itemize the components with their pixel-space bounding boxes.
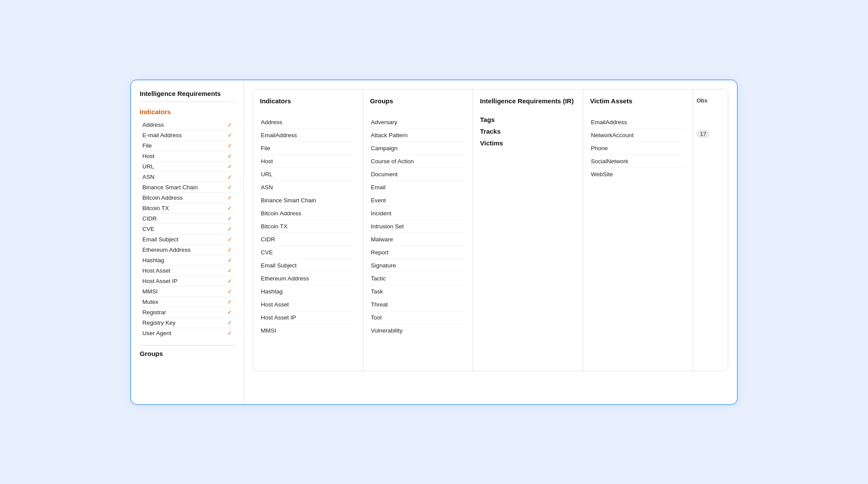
list-item[interactable]: Threat <box>370 298 466 311</box>
list-item[interactable]: Signature <box>370 259 466 272</box>
sidebar-item-label: Hashtag <box>142 257 164 263</box>
main-content: Indicators AddressEmailAddressFileHostUR… <box>244 80 737 404</box>
list-item[interactable]: Attack Pattern <box>370 129 466 142</box>
obs-badge: 17 <box>697 130 710 138</box>
indicators-section-label[interactable]: Indicators <box>140 108 235 115</box>
check-icon: ✓ <box>227 247 232 253</box>
list-item[interactable]: ASN <box>260 181 356 194</box>
ir-column: Intelligence Requirements (IR) TagsTrack… <box>473 89 583 371</box>
list-item[interactable]: Intrusion Set <box>370 220 466 233</box>
sidebar-item[interactable]: Address✓ <box>140 120 235 130</box>
sidebar-item[interactable]: Hashtag✓ <box>140 255 235 266</box>
list-item[interactable]: Vulnerability <box>370 324 466 337</box>
sidebar-item[interactable]: ASN✓ <box>140 172 235 182</box>
sidebar-item[interactable]: Registry Key✓ <box>140 318 235 328</box>
list-item[interactable]: Host Asset IP <box>260 311 356 324</box>
sidebar-title: Intelligence Requirements <box>140 90 235 97</box>
sidebar-items-list: Address✓E-mail Address✓File✓Host✓URL✓ASN… <box>140 120 235 338</box>
sidebar-item-label: URL <box>142 163 154 170</box>
sidebar-groups-label: Groups <box>140 345 235 357</box>
sidebar-item[interactable]: Host✓ <box>140 151 235 161</box>
sidebar-item[interactable]: Registrar✓ <box>140 307 235 318</box>
check-icon: ✓ <box>227 330 232 336</box>
list-item[interactable]: Hashtag <box>260 285 356 298</box>
sidebar-item-label: User Agent <box>142 330 171 336</box>
check-icon: ✓ <box>227 319 232 326</box>
list-item[interactable]: NetworkAccount <box>590 129 686 142</box>
list-item[interactable]: Course of Action <box>370 155 466 168</box>
list-item[interactable]: Malware <box>370 233 466 246</box>
main-container: Intelligence Requirements Indicators Add… <box>130 79 738 405</box>
ir-section-header[interactable]: Tracks <box>480 128 576 135</box>
list-item[interactable]: Bitcoin TX <box>260 220 356 233</box>
list-item[interactable]: WebSite <box>590 168 686 181</box>
groups-items: AdversaryAttack PatternCampaignCourse of… <box>370 116 466 337</box>
groups-col-header: Groups <box>370 97 466 108</box>
ir-section-header[interactable]: Tags <box>480 116 576 123</box>
check-icon: ✓ <box>227 122 232 128</box>
indicators-items: AddressEmailAddressFileHostURLASNBinance… <box>260 116 356 337</box>
ir-section-header[interactable]: Victims <box>480 139 576 147</box>
list-item[interactable]: MMSI <box>260 324 356 337</box>
sidebar-divider <box>140 102 235 102</box>
sidebar-item-label: CIDR <box>142 215 157 222</box>
check-icon: ✓ <box>227 184 232 191</box>
sidebar-item[interactable]: Binance Smart Chain✓ <box>140 182 235 193</box>
sidebar-item[interactable]: Email Subject✓ <box>140 234 235 245</box>
check-icon: ✓ <box>227 257 232 263</box>
list-item[interactable]: CIDR <box>260 233 356 246</box>
list-item[interactable]: File <box>260 142 356 155</box>
sidebar-item[interactable]: User Agent✓ <box>140 328 235 338</box>
list-item[interactable]: Task <box>370 285 466 298</box>
list-item[interactable]: Incident <box>370 207 466 220</box>
list-item[interactable]: Address <box>260 116 356 129</box>
sidebar-item[interactable]: Bitcoin TX✓ <box>140 203 235 214</box>
sidebar-item[interactable]: Host Asset✓ <box>140 266 235 276</box>
sidebar-item-label: Host <box>142 153 155 159</box>
dropdown-panel: Indicators AddressEmailAddressFileHostUR… <box>253 89 728 371</box>
sidebar-item[interactable]: MMSI✓ <box>140 286 235 297</box>
sidebar-item[interactable]: E-mail Address✓ <box>140 130 235 141</box>
list-item[interactable]: Email Subject <box>260 259 356 272</box>
list-item[interactable]: Report <box>370 246 466 259</box>
list-item[interactable]: Binance Smart Chain <box>260 194 356 207</box>
list-item[interactable]: Tactic <box>370 272 466 285</box>
sidebar-item[interactable]: File✓ <box>140 141 235 151</box>
list-item[interactable]: Ethereum Address <box>260 272 356 285</box>
sidebar-item-label: Bitcoin Address <box>142 194 183 201</box>
sidebar-item[interactable]: Host Asset IP✓ <box>140 276 235 286</box>
check-icon: ✓ <box>227 236 232 243</box>
sidebar-item[interactable]: Ethereum Address✓ <box>140 245 235 255</box>
sidebar-item[interactable]: CIDR✓ <box>140 214 235 224</box>
list-item[interactable]: Tool <box>370 311 466 324</box>
sidebar-item[interactable]: Mutex✓ <box>140 297 235 307</box>
sidebar-item-label: ASN <box>142 174 155 180</box>
list-item[interactable]: Campaign <box>370 142 466 155</box>
list-item[interactable]: EmailAddress <box>590 116 686 129</box>
list-item[interactable]: Bitcoin Address <box>260 207 356 220</box>
sidebar-item[interactable]: URL✓ <box>140 161 235 172</box>
list-item[interactable]: SocialNetwork <box>590 155 686 168</box>
sidebar-item-label: Bitcoin TX <box>142 205 169 211</box>
sidebar-item[interactable]: CVE✓ <box>140 224 235 234</box>
sidebar-item-label: CVE <box>142 226 155 232</box>
list-item[interactable]: Event <box>370 194 466 207</box>
list-item[interactable]: Phone <box>590 142 686 155</box>
check-icon: ✓ <box>227 153 232 159</box>
list-item[interactable]: URL <box>260 168 356 181</box>
list-item[interactable]: Document <box>370 168 466 181</box>
list-item[interactable]: Host Asset <box>260 298 356 311</box>
check-icon: ✓ <box>227 174 232 180</box>
sidebar-item-label: MMSI <box>142 288 158 295</box>
sidebar-item[interactable]: Bitcoin Address✓ <box>140 193 235 203</box>
ir-sections: TagsTracksVictims <box>480 116 576 147</box>
list-item[interactable]: Adversary <box>370 116 466 129</box>
check-icon: ✓ <box>227 142 232 149</box>
list-item[interactable]: CVE <box>260 246 356 259</box>
sidebar-item-label: File <box>142 142 152 149</box>
list-item[interactable]: Email <box>370 181 466 194</box>
list-item[interactable]: EmailAddress <box>260 129 356 142</box>
list-item[interactable]: Host <box>260 155 356 168</box>
victim-assets-column: Victim Assets EmailAddressNetworkAccount… <box>583 89 694 371</box>
victim-assets-items: EmailAddressNetworkAccountPhoneSocialNet… <box>590 116 686 181</box>
